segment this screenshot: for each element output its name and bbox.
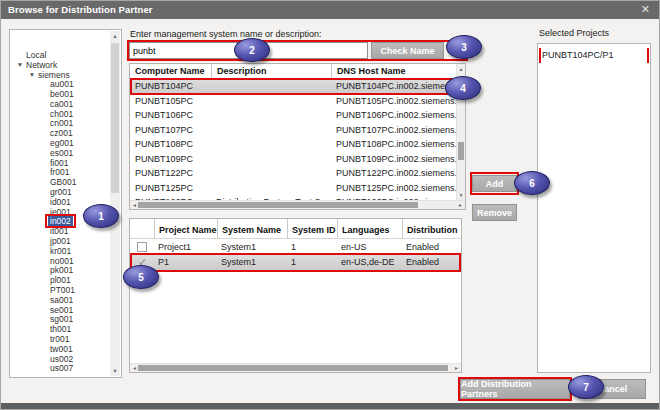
tree-item[interactable]: ▼ ca001: [10, 99, 110, 109]
column-dns-host-name[interactable]: DNS Host Name: [331, 64, 456, 78]
tree-item[interactable]: ▼ th001: [10, 324, 110, 334]
scrollbar-thumb[interactable]: [138, 202, 418, 208]
scrollbar-thumb[interactable]: [458, 142, 464, 160]
projects-table-header: Project Name System Name System ID Langu…: [130, 219, 461, 239]
scrollbar-thumb[interactable]: [138, 365, 448, 371]
computer-row[interactable]: PUNBT125PC PUNBT125PC.in002.siemens.ne: [130, 181, 456, 196]
column-languages[interactable]: Languages: [337, 219, 402, 238]
description-cell: [211, 79, 331, 94]
computers-table-header: Computer Name Description DNS Host Name: [130, 64, 456, 79]
computer-row[interactable]: PUNBT106PC PUNBT106PC.in002.siemens.ne: [130, 108, 456, 123]
callout-number: 1: [98, 211, 104, 222]
tree-item[interactable]: ▼ pl001: [10, 275, 110, 285]
scroll-up-icon[interactable]: ▲: [110, 33, 120, 39]
projects-horizontal-scrollbar[interactable]: ◄ ►: [130, 363, 461, 372]
computers-table: Computer Name Description DNS Host Name …: [129, 63, 466, 210]
scroll-down-icon[interactable]: ▼: [110, 368, 120, 374]
project-name-cell: Project1: [154, 242, 217, 252]
tree-item[interactable]: ▼ eg001: [10, 138, 110, 148]
tree-item[interactable]: ▼ kr001: [10, 246, 110, 256]
tree-item-label: es001: [48, 148, 75, 158]
tree-item[interactable]: ▼ us002: [10, 354, 110, 364]
computer-name-cell: PUNBT125PC: [130, 181, 211, 196]
tree-item-label: sg001: [48, 314, 75, 324]
selected-project-name: PUNBT104PC/P1: [542, 50, 614, 60]
computer-row[interactable]: PUNBT108PC PUNBT108PC.in002.siemens.ne: [130, 137, 456, 152]
tree-item-label: Local: [24, 50, 48, 60]
selected-projects-label: Selected Projects: [539, 28, 609, 38]
tree-item[interactable]: ▼ us007: [10, 364, 110, 374]
tree-item[interactable]: ▼ siemens: [10, 70, 110, 80]
tree-item[interactable]: ▼ ch001: [10, 109, 110, 119]
tree-item[interactable]: ▼ jp001: [10, 236, 110, 246]
tree-item[interactable]: ▼ sg001: [10, 315, 110, 325]
computers-horizontal-scrollbar[interactable]: ◄ ►: [130, 200, 465, 209]
tree-item[interactable]: ▼ fr001: [10, 168, 110, 178]
tree-item[interactable]: ▼ au001: [10, 79, 110, 89]
remove-button[interactable]: Remove: [472, 204, 517, 221]
scroll-up-icon[interactable]: ▲: [457, 66, 465, 72]
tree-item[interactable]: ▼ tr001: [10, 334, 110, 344]
scrollbar-thumb[interactable]: [111, 43, 119, 193]
tree-item-label: fr001: [48, 167, 71, 177]
tree-item[interactable]: ▼ Network: [10, 60, 110, 70]
column-system-id[interactable]: System ID: [287, 219, 337, 238]
tree-item[interactable]: ▼ gr001: [10, 187, 110, 197]
project-checkbox-icon[interactable]: [137, 242, 147, 252]
tree-item[interactable]: ▼ es001: [10, 148, 110, 158]
distribution-cell: Enabled: [402, 242, 461, 252]
computer-row[interactable]: PUNBT104PC PUNBT104PC.in002.siemens.ne: [130, 79, 456, 94]
tree-item[interactable]: ▼ be001: [10, 89, 110, 99]
computer-name-cell: PUNBT109PC: [130, 152, 211, 167]
computer-name-cell: PUNBT105PC: [130, 94, 211, 109]
computer-row[interactable]: PUNBT122PC PUNBT122PC.in002.siemens.ne: [130, 166, 456, 181]
description-cell: [211, 137, 331, 152]
computer-row[interactable]: PUNBT107PC PUNBT107PC.in002.siemens.ne: [130, 123, 456, 138]
tree-item[interactable]: ▼ pk001: [10, 266, 110, 276]
tree-item[interactable]: ▼ PT001: [10, 285, 110, 295]
tree-item[interactable]: ▼ cn001: [10, 119, 110, 129]
scroll-right-icon[interactable]: ►: [458, 202, 463, 208]
dns-host-cell: PUNBT122PC.in002.siemens.ne: [331, 166, 456, 181]
column-computer-name[interactable]: Computer Name: [130, 64, 211, 78]
expand-arrow-icon[interactable]: ▼: [28, 71, 36, 78]
column-description[interactable]: Description: [211, 64, 331, 78]
computer-row[interactable]: PUNBT105PC PUNBT105PC.in002.siemens.ne: [130, 94, 456, 109]
column-system-name[interactable]: System Name: [217, 219, 287, 238]
tree-item-label: in002: [48, 216, 73, 226]
tree-item[interactable]: ▼ sa001: [10, 295, 110, 305]
tree-item-label: se001: [48, 305, 75, 315]
callout-balloon: 3: [446, 35, 482, 59]
description-cell: [211, 152, 331, 167]
tree-item-label: ch001: [48, 109, 75, 119]
column-checkbox: [130, 219, 154, 238]
add-distribution-partners-button[interactable]: Add Distribution Partners: [460, 379, 570, 399]
tree-item-label: gr001: [48, 187, 74, 197]
column-distribution[interactable]: Distribution: [402, 219, 461, 238]
project-row[interactable]: Project1 System1 1 en-US Enabled: [130, 239, 461, 255]
column-project-name[interactable]: Project Name: [154, 219, 217, 238]
tree-item[interactable]: ▼ no001: [10, 256, 110, 266]
dns-host-cell: PUNBT105PC.in002.siemens.ne: [331, 94, 456, 109]
scroll-left-icon[interactable]: ◄: [132, 202, 137, 208]
tree-item[interactable]: ▼ cz001: [10, 128, 110, 138]
tree-item[interactable]: ▼ fi001: [10, 158, 110, 168]
tree-item[interactable]: ▼ Local: [10, 50, 110, 60]
expand-arrow-icon[interactable]: ▼: [16, 61, 24, 68]
add-button[interactable]: Add: [472, 175, 517, 192]
tree-item[interactable]: ▼ GB001: [10, 177, 110, 187]
projects-table-body: Project1 System1 1 en-US Enabled P1 Syst…: [130, 239, 461, 270]
scroll-left-icon[interactable]: ◄: [132, 365, 137, 371]
tree-scrollbar[interactable]: ▲ ▼: [110, 31, 120, 376]
window-bottom-edge: [1, 403, 659, 409]
check-name-button[interactable]: Check Name: [371, 42, 444, 59]
project-row[interactable]: P1 System1 1 en-US,de-DE Enabled: [130, 255, 461, 271]
computer-row[interactable]: PUNBT109PC PUNBT109PC.in002.siemens.ne: [130, 152, 456, 167]
close-icon[interactable]: ✕: [641, 3, 650, 16]
scroll-down-icon[interactable]: ▼: [457, 192, 465, 198]
dns-host-cell: PUNBT104PC.in002.siemens.ne: [331, 79, 456, 94]
selected-project-item[interactable]: PUNBT104PC/P1: [538, 48, 650, 63]
tree-item[interactable]: ▼ tw001: [10, 344, 110, 354]
tree-item[interactable]: ▼ se001: [10, 305, 110, 315]
scroll-right-icon[interactable]: ►: [454, 365, 459, 371]
